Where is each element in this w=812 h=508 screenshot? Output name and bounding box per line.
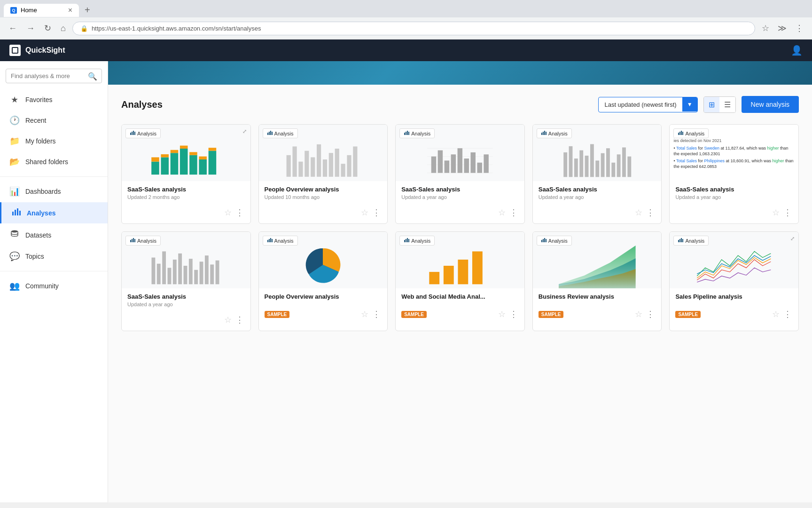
brand[interactable]: QuickSight — [9, 45, 65, 56]
svg-rect-50 — [451, 154, 456, 173]
card-subtitle: Updated a year ago — [127, 302, 245, 307]
star-button[interactable]: ☆ — [634, 308, 643, 320]
more-button[interactable]: ⋮ — [371, 206, 382, 219]
card-footer: ☆ ⋮ — [533, 205, 662, 223]
sidebar-item-favorites[interactable]: ★ Favorites — [0, 90, 108, 110]
grid-view-button[interactable]: ⊞ — [704, 97, 719, 112]
card-footer: ☆ ⋮ — [670, 205, 798, 223]
svg-rect-68 — [606, 148, 610, 177]
card-title: SaaS-Sales analysis — [127, 186, 245, 193]
more-button[interactable]: ⋮ — [645, 206, 656, 219]
list-view-button[interactable]: ☰ — [719, 97, 735, 112]
more-button[interactable]: ⋮ — [782, 206, 793, 219]
forward-button[interactable]: → — [23, 22, 38, 35]
more-button[interactable]: ⋮ — [645, 308, 656, 320]
svg-rect-53 — [471, 152, 476, 173]
badge-label: Analysis — [137, 238, 156, 244]
sidebar-item-analyses[interactable]: Analyses — [0, 202, 108, 223]
star-button[interactable]: ☆ — [360, 206, 369, 219]
svg-rect-2 — [17, 208, 18, 215]
extensions-button[interactable]: ≫ — [775, 21, 789, 35]
svg-rect-10 — [151, 157, 159, 161]
svg-rect-22 — [209, 148, 217, 151]
sidebar-label-dashboards: Dashboards — [25, 188, 61, 195]
home-button[interactable]: ⌂ — [58, 22, 69, 35]
back-button[interactable]: ← — [6, 22, 20, 35]
card-subtitle: Updated a year ago — [401, 194, 519, 200]
sidebar-item-datasets[interactable]: Datasets — [0, 224, 108, 246]
sidebar-item-topics[interactable]: 💬 Topics — [0, 246, 108, 266]
menu-button[interactable]: ⋮ — [792, 21, 806, 35]
card-preview: Analysis — [259, 232, 388, 288]
star-button[interactable]: ☆ — [497, 308, 507, 320]
card-corner-icon: ⤢ — [242, 128, 247, 135]
badge-icon — [541, 130, 547, 137]
svg-rect-100 — [406, 239, 406, 242]
new-tab-button[interactable]: + — [81, 3, 94, 17]
svg-rect-74 — [679, 132, 680, 135]
card-subtitle: Updated a year ago — [539, 194, 656, 200]
analysis-card-sales-pipeline[interactable]: Analysis ⤢ Sales — [669, 231, 799, 331]
svg-rect-111 — [678, 240, 679, 242]
card-title: People Overview analysis — [265, 186, 382, 193]
sidebar-item-dashboards[interactable]: 📊 Dashboards — [0, 182, 108, 201]
shared-folders-icon: 📂 — [9, 157, 20, 167]
card-title: Web and Social Media Anal... — [401, 293, 519, 300]
card-content: SaaS-Sales analysis Updated a year ago — [396, 181, 524, 205]
analysis-card-business-review[interactable]: Analysis — [532, 231, 662, 331]
browser-tab[interactable]: Q Home × — [4, 4, 79, 17]
analysis-card-people-overview-2[interactable]: Analysis People Overview analysis — [258, 231, 388, 331]
star-button[interactable]: ☆ — [771, 206, 781, 219]
sort-arrow-icon: ▼ — [682, 97, 697, 111]
analysis-card-saas-sales-4[interactable]: Analysis ies detected on Nov 2021 • Tota… — [669, 124, 799, 224]
more-button[interactable]: ⋮ — [371, 308, 382, 320]
more-button[interactable]: ⋮ — [782, 308, 793, 320]
recent-icon: 🕐 — [9, 115, 20, 126]
star-button[interactable]: ☆ — [497, 206, 507, 219]
more-button[interactable]: ⋮ — [234, 314, 245, 326]
star-button[interactable]: ☆ — [223, 206, 233, 219]
sort-dropdown[interactable]: Last updated (newest first) ▼ — [598, 97, 697, 112]
svg-rect-97 — [272, 239, 273, 242]
address-bar[interactable]: 🔒 https://us-east-1.quicksight.aws.amazo… — [72, 22, 755, 35]
svg-rect-105 — [458, 260, 468, 284]
new-analysis-button[interactable]: New analysis — [742, 96, 799, 113]
card-badge: Analysis — [537, 128, 572, 138]
sidebar-item-community[interactable]: 👥 Community — [0, 276, 108, 296]
svg-rect-32 — [317, 144, 321, 177]
more-button[interactable]: ⋮ — [234, 206, 245, 219]
topics-icon: 💬 — [9, 251, 20, 262]
sidebar-item-shared-folders[interactable]: 📂 Shared folders — [0, 152, 108, 172]
sidebar-label-favorites: Favorites — [25, 96, 53, 103]
analysis-card-saas-sales-1[interactable]: Analysis ⤢ — [121, 124, 251, 224]
analysis-card-web-social[interactable]: Analysis Web and Social Media Anal... — [395, 231, 525, 331]
svg-rect-66 — [595, 160, 599, 177]
more-button[interactable]: ⋮ — [508, 206, 519, 219]
sidebar-item-my-folders[interactable]: 📁 My folders — [0, 131, 108, 151]
sidebar-label-recent: Recent — [25, 117, 46, 124]
star-button[interactable]: ☆ — [223, 314, 233, 326]
analysis-card-saas-sales-3[interactable]: Analysis — [532, 124, 662, 224]
analysis-card-saas-sales-5[interactable]: Analysis — [121, 231, 251, 331]
analysis-card-people-overview-1[interactable]: Analysis — [258, 124, 388, 224]
sidebar-divider-2 — [0, 271, 108, 271]
card-preview: Analysis ⤢ — [122, 125, 250, 181]
card-content: SaaS-Sales analysis Updated a year ago — [122, 288, 250, 312]
reload-button[interactable]: ↻ — [41, 21, 54, 35]
card-badge: Analysis — [399, 128, 435, 138]
analysis-card-saas-sales-2[interactable]: Analysis — [395, 124, 525, 224]
tab-close-button[interactable]: × — [68, 7, 72, 14]
star-button[interactable]: ☆ — [634, 206, 643, 219]
star-button[interactable]: ☆ — [771, 308, 781, 320]
sidebar: 🔍 ★ Favorites 🕐 Recent 📁 My folders 📂 Sh… — [0, 61, 108, 502]
card-subtitle: Updated a year ago — [675, 194, 793, 200]
svg-rect-0 — [12, 212, 14, 215]
sidebar-label-analyses: Analyses — [27, 209, 55, 217]
more-button[interactable]: ⋮ — [508, 308, 519, 320]
bookmark-button[interactable]: ☆ — [759, 21, 772, 35]
sidebar-item-recent[interactable]: 🕐 Recent — [0, 111, 108, 130]
svg-rect-52 — [464, 159, 469, 173]
svg-rect-57 — [543, 132, 544, 135]
star-button[interactable]: ☆ — [360, 308, 369, 320]
user-icon[interactable]: 👤 — [791, 45, 803, 56]
